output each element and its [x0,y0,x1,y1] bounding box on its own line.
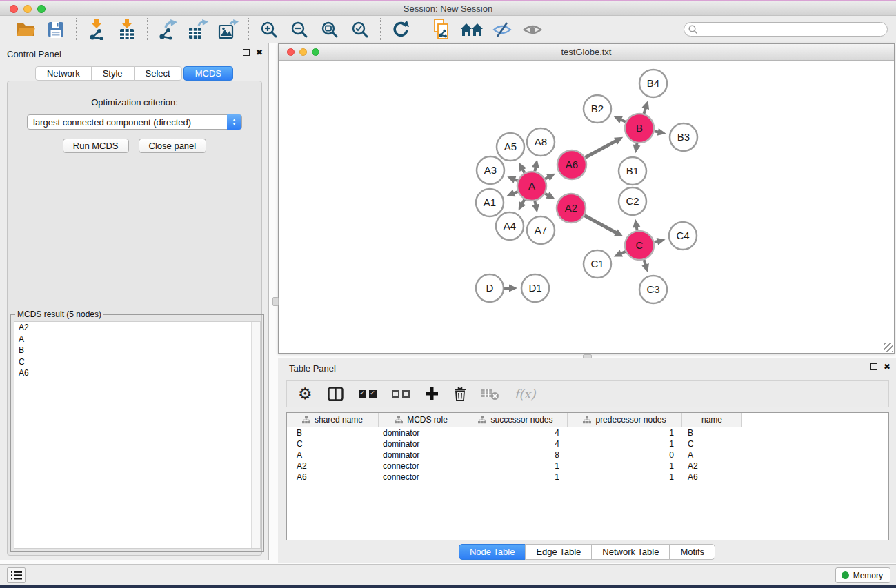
graph-edge-A-A1[interactable] [506,190,517,196]
graph-edge-C-C4[interactable] [655,238,666,245]
graph-edge-A2-C[interactable] [584,216,623,237]
graph-node-B1[interactable]: B1 [619,157,646,185]
graph-node-B4[interactable]: B4 [639,70,667,97]
column-header-mcds-role[interactable]: MCDS role [379,413,464,427]
function-builder-button[interactable]: f(x) [515,387,536,401]
table-row[interactable]: A6connector11A6 [287,472,888,483]
tab-edge-table[interactable]: Edge Table [525,544,592,560]
tab-network[interactable]: Network [35,66,92,81]
graph-node-B[interactable]: B [625,114,654,143]
add-column-button[interactable] [425,387,439,401]
graph-node-A4[interactable]: A4 [496,212,524,240]
graph-node-D1[interactable]: D1 [521,274,549,302]
export-table-button[interactable] [186,19,210,41]
delete-table-button[interactable] [481,387,499,401]
zoom-fit-button[interactable] [318,19,341,41]
network-canvas[interactable]: B4B2BB3A5A8A6B1A3AC2A1A2A4A7C4CC1C3DD1 [279,61,894,353]
mcds-result-item[interactable]: A2 [14,322,260,334]
delete-column-button[interactable] [454,387,466,401]
tab-network-table[interactable]: Network Table [591,544,670,560]
graph-node-A2[interactable]: A2 [557,194,586,223]
save-session-button[interactable] [44,19,68,41]
mcds-result-item[interactable]: C [14,356,260,368]
graph-node-B2[interactable]: B2 [584,95,611,123]
graph-edge-A-A5[interactable] [519,163,526,173]
float-panel-icon[interactable] [243,49,250,56]
resize-grip[interactable] [884,343,893,352]
graph-edge-A-A7[interactable] [532,201,539,213]
search-input[interactable] [684,22,888,37]
graph-node-D[interactable]: D [476,274,504,302]
apply-layout-button[interactable] [389,19,412,41]
column-header-shared-name[interactable]: shared name [287,413,379,427]
graph-node-C4[interactable]: C4 [669,222,697,250]
graph-edge-A-A8[interactable] [532,160,539,172]
graph-node-A3[interactable]: A3 [477,156,504,184]
graph-edge-D-D1[interactable] [504,285,517,292]
column-header-predecessor-nodes[interactable]: predecessor nodes [568,413,682,427]
table-settings-button[interactable]: ⚙ [298,386,312,401]
graph-edge-C-C2[interactable] [633,219,640,231]
table-row[interactable]: Adominator80A [287,449,888,460]
show-all-networks-button[interactable] [460,19,484,41]
show-panels-button[interactable] [7,567,26,583]
run-mcds-button[interactable]: Run MCDS [63,139,129,153]
graph-node-A[interactable]: A [517,172,546,201]
select-all-button[interactable] [359,390,377,398]
tab-mcds[interactable]: MCDS [183,66,233,81]
graph-node-A8[interactable]: A8 [527,128,555,156]
graph-node-C2[interactable]: C2 [619,187,646,215]
graph-node-A6[interactable]: A6 [557,150,586,179]
graph-node-A5[interactable]: A5 [497,133,524,161]
table-row[interactable]: A2connector11A2 [287,460,888,472]
network-minimize-button[interactable] [299,48,307,56]
graph-edge-B-B1[interactable] [633,143,641,154]
mcds-result-item[interactable]: B [14,345,260,356]
graph-node-C1[interactable]: C1 [584,250,611,278]
close-panel-icon[interactable]: ✖ [884,363,890,370]
graph-node-A1[interactable]: A1 [476,189,504,216]
zoom-selected-button[interactable] [348,19,372,41]
export-network-button[interactable] [156,19,179,41]
graph-node-A7[interactable]: A7 [527,216,555,244]
hide-details-button[interactable] [490,19,514,41]
import-network-button[interactable] [85,19,108,41]
graph-node-B3[interactable]: B3 [670,123,697,151]
network-close-button[interactable] [287,48,295,56]
table-row[interactable]: Bdominator41B [287,427,888,438]
criterion-select[interactable]: largest connected component (directed) ▲… [27,114,242,130]
deselect-all-button[interactable] [392,390,410,398]
show-columns-button[interactable] [328,387,344,401]
tab-style[interactable]: Style [91,66,135,81]
graph-edge-A-A6[interactable] [545,174,555,181]
table-row[interactable]: Cdominator41C [287,438,888,449]
float-panel-icon[interactable] [870,363,877,370]
zoom-in-button[interactable] [257,19,281,41]
zoom-window-button[interactable] [37,5,46,13]
graph-edge-B-B4[interactable] [642,101,650,114]
graph-edge-A6-B[interactable] [585,137,623,158]
export-image-button[interactable] [217,19,240,41]
column-header-successor-nodes[interactable]: successor nodes [464,413,568,427]
graph-edge-B-B3[interactable] [655,128,666,136]
panel-divider-handle[interactable] [272,297,279,306]
open-session-button[interactable] [14,19,37,41]
tab-select[interactable]: Select [134,66,182,81]
graph-node-C[interactable]: C [625,231,654,260]
tab-motifs[interactable]: Motifs [669,544,715,560]
tab-node-table[interactable]: Node Table [459,544,526,560]
close-panel-button[interactable]: Close panel [139,139,207,153]
import-table-button[interactable] [115,19,139,41]
graph-node-C3[interactable]: C3 [639,276,667,303]
close-panel-icon[interactable]: ✖ [256,49,263,56]
minimize-window-button[interactable] [23,5,32,13]
network-window-titlebar[interactable]: testGlobe.txt [279,44,894,61]
show-details-button[interactable] [521,19,544,41]
graph-edge-A-A2[interactable] [545,192,555,199]
memory-button[interactable]: Memory [835,567,890,583]
mcds-result-item[interactable]: A6 [14,367,260,379]
zoom-out-button[interactable] [288,19,311,41]
graph-edge-A-A4[interactable] [519,199,526,210]
close-window-button[interactable] [10,5,18,13]
mcds-result-item[interactable]: A [14,334,260,345]
